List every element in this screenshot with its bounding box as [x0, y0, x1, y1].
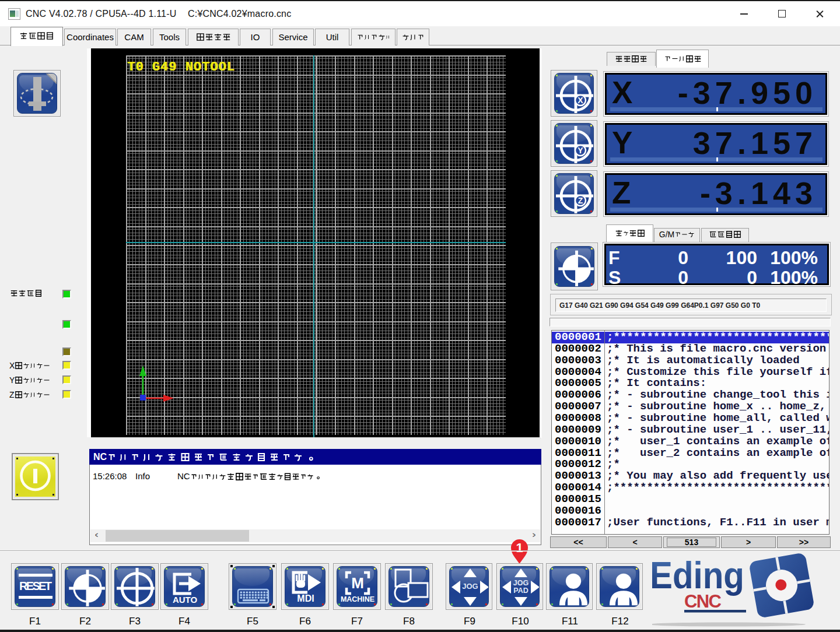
- svg-text:MDI: MDI: [297, 594, 314, 603]
- svg-text:JOG: JOG: [513, 579, 528, 587]
- svg-text:M: M: [351, 574, 364, 592]
- svg-text:MACHINE: MACHINE: [341, 595, 374, 603]
- svg-text:1: 1: [516, 540, 523, 555]
- svg-text:AUTO: AUTO: [173, 595, 198, 605]
- svg-text:Eding: Eding: [652, 554, 744, 596]
- svg-text:RESET: RESET: [19, 580, 52, 592]
- svg-text:CNC: CNC: [684, 591, 722, 612]
- svg-text:Z: Z: [578, 196, 583, 205]
- svg-text:JOG: JOG: [462, 582, 478, 591]
- svg-text:X: X: [578, 96, 583, 105]
- svg-text:Y: Y: [578, 146, 583, 155]
- svg-text:PAD: PAD: [513, 587, 528, 595]
